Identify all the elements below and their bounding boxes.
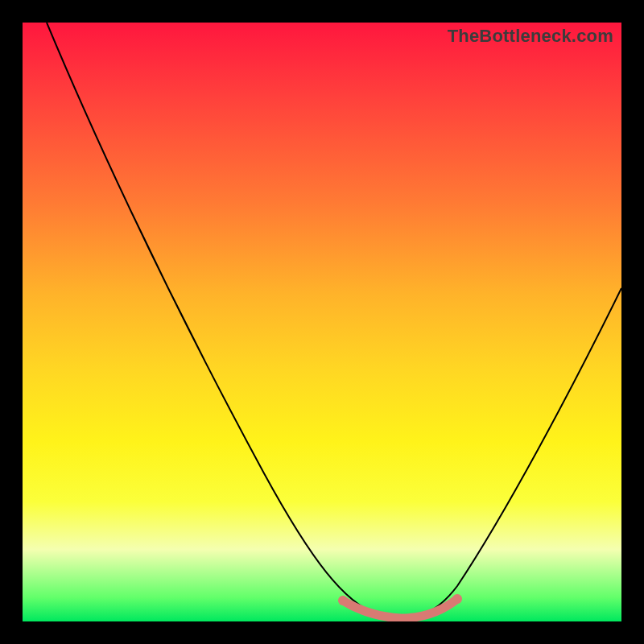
optimal-range-start-dot (338, 596, 348, 605)
plot-area: TheBottleneck.com (23, 23, 621, 621)
optimal-range-end-dot (452, 594, 462, 604)
chart-frame: TheBottleneck.com (0, 0, 644, 644)
curve-layer (23, 23, 621, 621)
optimal-range-band (343, 599, 457, 618)
bottleneck-curve (47, 23, 621, 617)
